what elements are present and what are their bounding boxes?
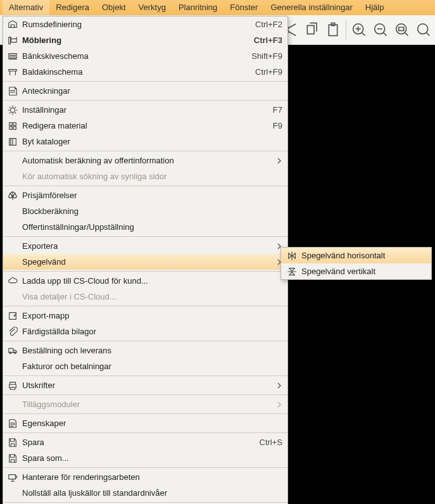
- menu-item-utskrifter[interactable]: Utskrifter: [3, 377, 287, 393]
- menu-item-spegelv-nd-horisontalt[interactable]: Spegelvänd horisontalt: [281, 248, 431, 263]
- toolbar-separator: [346, 20, 346, 39]
- menu-item-baldakinschema[interactable]: BaldakinschemaCtrl+F9: [3, 64, 287, 80]
- menu-item-spegelv-nd[interactable]: Spegelvänd: [3, 254, 287, 270]
- saveas-icon: [7, 453, 18, 464]
- scale-icon: [7, 190, 18, 201]
- menu-item-label: Blockberäkning: [22, 206, 282, 216]
- menu-item-b-nkskiveschema[interactable]: BänkskiveschemaShift+F9: [3, 48, 287, 64]
- menu-redigera[interactable]: Redigera: [49, 0, 96, 15]
- menu-item-label: Nollställ alla ljuskällor till standardn…: [22, 488, 282, 498]
- menu-separator: [3, 467, 287, 468]
- menu-separator: [3, 413, 287, 414]
- menu-item-best-llning-och-leverans[interactable]: Beställning och leverans: [3, 343, 287, 358]
- menu-item-prisj-mf-relser[interactable]: Prisjämförelser: [3, 187, 287, 203]
- alternativ-dropdown: RumsdefinieringCtrl+F2MöbleringCtrl+F3Bä…: [3, 16, 288, 504]
- render-icon: [7, 472, 18, 483]
- zoom-region-icon[interactable]: [415, 21, 432, 39]
- menu-item-m-blering[interactable]: MöbleringCtrl+F3: [3, 32, 287, 48]
- chevron-right-icon: [276, 158, 282, 164]
- menu-item-spara-som[interactable]: Spara som...: [3, 450, 287, 466]
- menu-item-k-r-automatisk-s-kning-av-synliga-sidor: Kör automatisk sökning av synliga sidor: [3, 168, 287, 184]
- gear-icon: [7, 104, 18, 116]
- menu-item-blockber-kning[interactable]: Blockberäkning: [3, 203, 287, 219]
- menu-item-f-rdigst-llda-bilagor[interactable]: Färdigställda bilagor: [3, 324, 287, 339]
- menu-item-label: Prisjämförelser: [22, 191, 282, 200]
- menu-item-label: Inställningar: [22, 105, 260, 115]
- menu-item-shortcut: F9: [260, 121, 282, 130]
- menu-item-fakturor-och-betalningar[interactable]: Fakturor och betalningar: [3, 358, 287, 374]
- menu-item-shortcut: Shift+F9: [239, 51, 282, 61]
- paste-icon[interactable]: [324, 21, 342, 39]
- notes-icon: [7, 85, 18, 97]
- menu-item-export-mapp[interactable]: Export-mapp: [3, 308, 287, 324]
- menu-item-label: Exportera: [22, 241, 271, 251]
- menu-item-label: Export-mapp: [22, 311, 282, 320]
- truck-icon: [7, 345, 18, 356]
- menu-item-automatisk-ber-kning-av-offertinformation[interactable]: Automatisk beräkning av offertinformatio…: [3, 153, 287, 168]
- menu-item-nollst-ll-alla-ljusk-llor-till-standardniv-er[interactable]: Nollställ alla ljuskällor till standardn…: [3, 485, 287, 501]
- menu-item-label: Ladda upp till CS-Cloud för kund...: [22, 276, 282, 286]
- menu-item-label: Byt kataloger: [22, 137, 282, 146]
- zoom-out-icon[interactable]: [372, 21, 389, 39]
- zoom-in-icon[interactable]: [350, 21, 368, 39]
- menu-item-label: Tilläggsmoduler: [22, 400, 271, 409]
- menu-item-inst-llningar[interactable]: InställningarF7: [3, 102, 287, 118]
- copy-icon[interactable]: [303, 21, 320, 39]
- menu-separator: [3, 341, 287, 341]
- menu-item-exportera[interactable]: Exportera: [3, 238, 287, 254]
- menu-item-label: Kör automatisk sökning av synliga sidor: [22, 172, 282, 181]
- mirror-h-icon: [286, 250, 298, 261]
- menu-item-label: Bänkskiveschema: [22, 51, 239, 61]
- menu-hjalp[interactable]: Hjälp: [359, 0, 391, 15]
- menu-separator: [3, 186, 287, 186]
- furniture-icon: [7, 35, 18, 46]
- menu-item-label: Anteckningar: [22, 86, 282, 96]
- menu-item-spara[interactable]: SparaCtrl+S: [3, 434, 287, 450]
- room-icon: [7, 19, 18, 30]
- menu-item-label: Baldakinschema: [22, 67, 243, 77]
- menu-item-byt-kataloger[interactable]: Byt kataloger: [3, 134, 287, 149]
- menu-item-rumsdefiniering[interactable]: RumsdefinieringCtrl+F2: [3, 16, 287, 32]
- menu-item-label: Spegelvänd vertikalt: [301, 267, 426, 276]
- menu-verktyg[interactable]: Verktyg: [132, 0, 172, 15]
- menu-objekt[interactable]: Objekt: [96, 0, 132, 15]
- menu-fonster[interactable]: Fönster: [224, 0, 264, 15]
- menu-item-shortcut: Ctrl+F3: [241, 35, 282, 45]
- menu-item-label: Fakturor och betalningar: [22, 362, 282, 371]
- menu-item-spegelv-nd-vertikalt[interactable]: Spegelvänd vertikalt: [281, 263, 431, 279]
- menu-separator: [3, 81, 287, 82]
- menu-separator: [3, 502, 287, 503]
- menu-item-egenskaper[interactable]: Egenskaper: [3, 415, 287, 431]
- menubar: Alternativ Redigera Objekt Verktyg Planr…: [0, 0, 435, 16]
- material-icon: [7, 120, 18, 132]
- menu-item-hanterare-f-r-renderingsarbeten[interactable]: Hanterare för renderingsarbeten: [3, 469, 287, 485]
- menu-item-label: Färdigställda bilagor: [22, 327, 282, 336]
- menu-item-label: Möblering: [22, 35, 241, 45]
- menu-item-label: Utskrifter: [22, 381, 271, 390]
- menu-item-label: Beställning och leverans: [22, 346, 282, 355]
- menu-item-label: Redigera material: [22, 121, 260, 130]
- menu-item-label: Hanterare för renderingsarbeten: [22, 472, 282, 482]
- zoom-fit-icon[interactable]: [393, 21, 411, 39]
- menu-item-anteckningar[interactable]: Anteckningar: [3, 83, 287, 99]
- menu-item-visa-detaljer-i-cs-cloud: Visa detaljer i CS-Cloud...: [3, 289, 287, 305]
- print-icon: [7, 380, 18, 391]
- menu-item-offertinst-llningar-uppst-llning[interactable]: Offertinställningar/Uppställning: [3, 219, 287, 235]
- canopy-icon: [7, 66, 18, 78]
- menu-separator: [3, 271, 287, 272]
- menu-item-shortcut: F7: [260, 105, 282, 115]
- menu-item-redigera-material[interactable]: Redigera materialF9: [3, 118, 287, 134]
- menu-item-label: Automatisk beräkning av offertinformatio…: [22, 156, 271, 165]
- chevron-right-icon: [276, 382, 282, 389]
- menu-item-label: Rumsdefiniering: [22, 20, 243, 29]
- menu-item-label: Egenskaper: [22, 419, 282, 428]
- menu-separator: [3, 394, 287, 395]
- catalogue-icon: [7, 136, 18, 148]
- menu-item-label: Spara som...: [22, 453, 282, 463]
- menu-item-label: Spegelvänd horisontalt: [301, 251, 426, 260]
- menu-item-ladda-upp-till-cs-cloud-f-r-kund[interactable]: Ladda upp till CS-Cloud för kund...: [3, 273, 287, 289]
- spegelvand-submenu: Spegelvänd horisontaltSpegelvänd vertika…: [281, 247, 432, 280]
- menu-planritning[interactable]: Planritning: [172, 0, 224, 15]
- menu-alternativ[interactable]: Alternativ: [3, 0, 49, 15]
- menu-generella[interactable]: Generella inställningar: [264, 0, 358, 15]
